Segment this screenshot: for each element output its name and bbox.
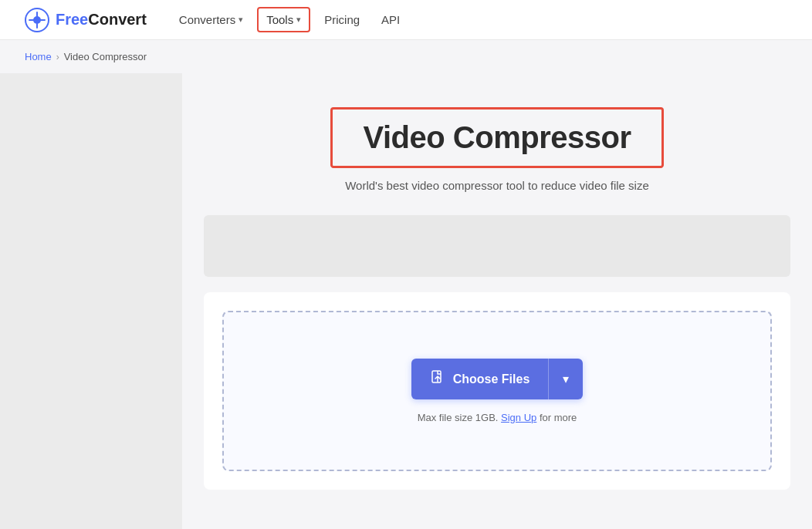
upload-note: Max file size 1GB. Sign Up for more xyxy=(418,412,577,423)
left-sidebar xyxy=(0,73,182,529)
dropdown-chevron-icon: ▾ xyxy=(563,372,569,386)
page-title-box: Video Compressor xyxy=(330,107,665,168)
page-title: Video Compressor xyxy=(364,120,631,155)
upload-section: Choose Files ▾ Max file size 1GB. Sign U… xyxy=(204,292,790,490)
header: FreeConvert Converters ▾ Tools ▾ Pricing… xyxy=(0,0,812,40)
main-layout: Video Compressor World's best video comp… xyxy=(0,73,812,529)
logo-free-text: Free xyxy=(56,11,88,28)
converters-chevron-icon: ▾ xyxy=(239,15,243,25)
breadcrumb-home-link[interactable]: Home xyxy=(25,51,52,62)
breadcrumb-separator: › xyxy=(56,52,59,62)
logo-convert-text: Convert xyxy=(88,11,147,28)
nav-api[interactable]: API xyxy=(374,8,408,31)
nav-converters[interactable]: Converters ▾ xyxy=(171,8,251,31)
dropzone[interactable]: Choose Files ▾ Max file size 1GB. Sign U… xyxy=(222,311,772,471)
logo[interactable]: FreeConvert xyxy=(25,8,147,32)
breadcrumb-current-page: Video Compressor xyxy=(64,51,147,62)
signup-suffix: for more xyxy=(540,412,577,423)
upload-file-icon xyxy=(430,369,445,389)
page-subtitle: World's best video compressor tool to re… xyxy=(204,179,790,192)
nav-tools[interactable]: Tools ▾ xyxy=(257,7,310,32)
max-file-note: Max file size 1GB. xyxy=(418,412,499,423)
main-content: Video Compressor World's best video comp… xyxy=(182,73,812,529)
signup-link[interactable]: Sign Up xyxy=(501,412,536,423)
title-section: Video Compressor World's best video comp… xyxy=(204,92,790,200)
svg-point-1 xyxy=(33,16,41,24)
choose-files-label: Choose Files xyxy=(453,372,530,386)
logo-icon xyxy=(25,8,49,32)
tools-chevron-icon: ▾ xyxy=(296,15,301,25)
choose-files-dropdown-button[interactable]: ▾ xyxy=(548,359,583,399)
ad-banner xyxy=(204,215,790,277)
nav-pricing[interactable]: Pricing xyxy=(316,8,367,31)
choose-files-button[interactable]: Choose Files xyxy=(411,359,549,399)
breadcrumb: Home › Video Compressor xyxy=(0,40,812,73)
main-nav: Converters ▾ Tools ▾ Pricing API xyxy=(171,7,787,32)
choose-files-row: Choose Files ▾ xyxy=(411,359,584,399)
